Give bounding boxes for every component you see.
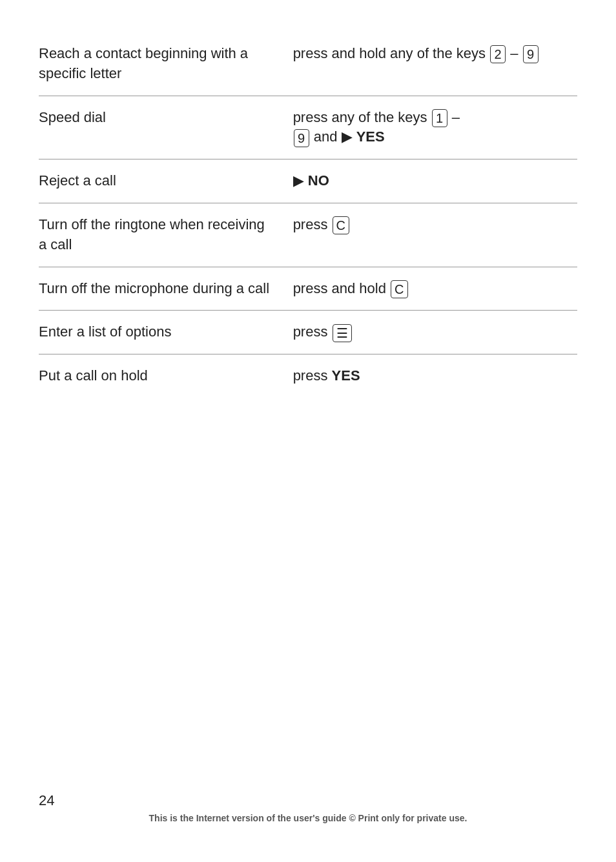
action-text: Reject a call <box>39 172 116 189</box>
action-text: Turn off the ringtone when receiving a c… <box>39 216 265 252</box>
instruction-cell: press C <box>287 203 577 267</box>
footer: 24 This is the Internet version of the u… <box>39 779 577 823</box>
table-row: Reach a contact beginning with a specifi… <box>39 32 577 96</box>
instruction-cell: press YES <box>287 354 577 398</box>
action-text: Put a call on hold <box>39 367 148 384</box>
action-cell: Enter a list of options <box>39 311 287 354</box>
instruction-text: press any of the keys 1 –9 and ▶ YES <box>293 109 460 145</box>
action-cell: Put a call on hold <box>39 354 287 398</box>
key-c: C <box>391 280 407 298</box>
instruction-text: ▶ NO <box>293 172 329 189</box>
instruction-cell: press and hold C <box>287 267 577 311</box>
key-2: 2 <box>490 45 506 63</box>
instructions-table: Reach a contact beginning with a specifi… <box>39 32 577 398</box>
instruction-cell: press ☰ <box>287 311 577 354</box>
key-1: 1 <box>432 109 447 127</box>
page-container: Reach a contact beginning with a specifi… <box>0 0 616 862</box>
table-row: Enter a list of options press ☰ <box>39 311 577 354</box>
action-cell: Reach a contact beginning with a specifi… <box>39 32 287 96</box>
instruction-text: press and hold any of the keys 2 – 9 <box>293 45 539 61</box>
key-c: C <box>333 216 349 234</box>
key-menu: ☰ <box>333 324 352 342</box>
action-cell: Turn off the microphone during a call <box>39 267 287 311</box>
table-row: Turn off the ringtone when receiving a c… <box>39 203 577 267</box>
instruction-text: press ☰ <box>293 323 353 340</box>
table-row: Turn off the microphone during a call pr… <box>39 267 577 311</box>
key-9: 9 <box>523 45 539 63</box>
action-cell: Reject a call <box>39 159 287 203</box>
page-number: 24 <box>39 792 577 809</box>
instruction-cell: press any of the keys 1 –9 and ▶ YES <box>287 96 577 159</box>
table-row: Reject a call ▶ NO <box>39 159 577 203</box>
no-text: NO <box>308 172 329 189</box>
instruction-cell: ▶ NO <box>287 159 577 203</box>
yes-text: YES <box>332 367 360 384</box>
table-section: Reach a contact beginning with a specifi… <box>39 32 577 398</box>
instruction-cell: press and hold any of the keys 2 – 9 <box>287 32 577 96</box>
table-row: Speed dial press any of the keys 1 –9 an… <box>39 96 577 159</box>
instruction-text: press and hold C <box>293 280 409 296</box>
action-text: Turn off the microphone during a call <box>39 280 269 296</box>
instruction-text: press YES <box>293 367 360 384</box>
action-cell: Speed dial <box>39 96 287 159</box>
action-text: Reach a contact beginning with a specifi… <box>39 45 248 81</box>
action-text: Enter a list of options <box>39 323 171 340</box>
instruction-text: press C <box>293 216 350 232</box>
action-text: Speed dial <box>39 109 106 125</box>
action-cell: Turn off the ringtone when receiving a c… <box>39 203 287 267</box>
table-row: Put a call on hold press YES <box>39 354 577 398</box>
footer-text: This is the Internet version of the user… <box>39 813 577 823</box>
key-9: 9 <box>294 129 309 147</box>
yes-text: YES <box>356 128 385 145</box>
